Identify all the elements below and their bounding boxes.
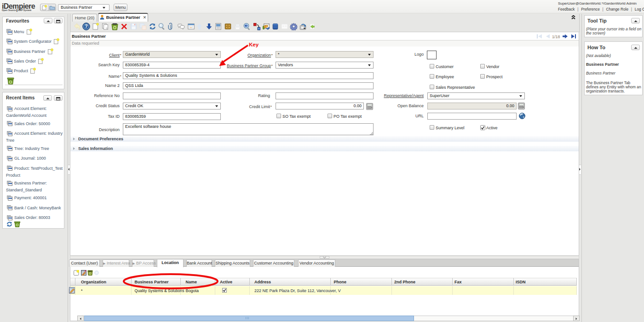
svg-text:?: ? <box>85 23 87 29</box>
svg-text:1/18: 1/18 <box>552 34 560 39</box>
